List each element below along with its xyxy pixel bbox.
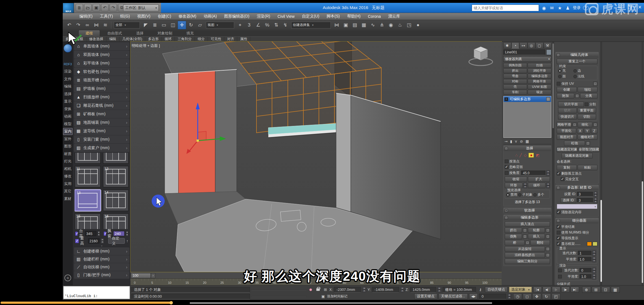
window-crossing-icon[interactable]: ◫ bbox=[169, 21, 177, 29]
sidebar-category[interactable]: 素材 bbox=[63, 195, 73, 202]
window-height-value[interactable]: 2160 bbox=[88, 238, 99, 243]
modifier-shortcut-button[interactable]: 涡轮平滑 bbox=[528, 68, 551, 73]
ribbon-panel-label[interactable]: 细分 bbox=[195, 37, 208, 42]
save-file-icon[interactable]: ▣ bbox=[93, 4, 100, 11]
angle-value-field[interactable]: 45.0 bbox=[521, 171, 545, 175]
ribbon-panel-label[interactable]: 修改选择 bbox=[86, 37, 106, 42]
copy-button[interactable]: 复制 bbox=[557, 165, 577, 170]
x-spinner[interactable]: ▲▼ bbox=[362, 287, 366, 292]
sign-in-link[interactable]: 登录 bbox=[573, 5, 581, 10]
view-cube[interactable] bbox=[469, 47, 493, 66]
outline-button[interactable]: 轮廓 bbox=[528, 228, 545, 233]
plugin-tool-item[interactable]: ❏ 雕花石膏线 (mm) › bbox=[74, 101, 129, 110]
reference-coordinate-dropdown[interactable]: 视图▾ bbox=[206, 22, 234, 29]
keyboard-override-icon[interactable]: ↯ bbox=[281, 21, 290, 29]
use-pivot-center-icon[interactable]: ⌖ bbox=[236, 21, 244, 29]
workspace-dropdown[interactable]: 工作区: 默认▾ bbox=[123, 5, 159, 11]
planar-z-button[interactable]: Z bbox=[591, 128, 597, 134]
ribbon-panel-label[interactable]: 对齐 bbox=[224, 37, 237, 42]
slice-button[interactable]: 切片 bbox=[558, 108, 577, 113]
attach-list-icon[interactable] bbox=[575, 94, 579, 98]
curve-editor-icon[interactable]: ∿ bbox=[369, 21, 377, 29]
plugin-tool-item[interactable]: ▯ 门板/把手 (mm) › bbox=[74, 271, 129, 279]
object-color-swatch[interactable] bbox=[546, 49, 551, 55]
loop-button[interactable]: 循环 bbox=[528, 183, 546, 188]
window-style-thumbnail[interactable] bbox=[103, 153, 129, 164]
view-align-button[interactable]: 视图对齐 bbox=[557, 134, 577, 140]
window-style-thumbnail[interactable]: 16 bbox=[103, 213, 129, 229]
tessellate-settings-icon[interactable] bbox=[593, 123, 597, 127]
ribbon-toggle-icon[interactable]: ▦ bbox=[360, 21, 368, 29]
loop-spinner[interactable]: ▲▼ bbox=[546, 183, 550, 188]
sidebar-category[interactable]: 显示 bbox=[63, 98, 73, 105]
set-id-field[interactable]: 3 bbox=[577, 192, 593, 197]
open-file-icon[interactable]: 🗁 bbox=[84, 4, 92, 11]
inset-settings-icon[interactable] bbox=[546, 234, 550, 239]
display-smoothness-spinner[interactable]: ▲▼ bbox=[592, 257, 596, 262]
sidebar-category[interactable]: 模型 bbox=[63, 120, 73, 128]
stack-expand-icon[interactable]: + bbox=[504, 97, 508, 101]
sidebar-category[interactable]: 动画 bbox=[63, 113, 73, 120]
material-name-dropdown[interactable]: ▾ bbox=[557, 204, 597, 209]
go-to-start-icon[interactable]: |◀ bbox=[533, 287, 542, 293]
render-smoothness-checkbox[interactable] bbox=[558, 275, 562, 278]
preview-multi-radio[interactable] bbox=[533, 193, 537, 197]
sill-height-checkbox[interactable] bbox=[75, 232, 78, 236]
ribbon-tab[interactable]: 填充 bbox=[180, 30, 201, 36]
pin-stack-icon[interactable]: ⊸ bbox=[504, 139, 508, 143]
bay-window-checkbox[interactable] bbox=[104, 232, 106, 236]
mirror-icon[interactable]: ⋈ bbox=[332, 21, 341, 29]
preserve-uv-checkbox[interactable] bbox=[557, 82, 560, 86]
smooth-result-checkbox[interactable] bbox=[557, 225, 560, 229]
plugin-tool-item[interactable]: ▤ 护墙板 (mm) › bbox=[74, 84, 129, 93]
display-tab-icon[interactable]: ▢ bbox=[536, 42, 543, 49]
bridge-settings-icon[interactable] bbox=[525, 241, 530, 245]
zoom-icon[interactable]: ⊕ bbox=[582, 287, 591, 293]
modifier-stack[interactable]: + 可编辑多边形 bbox=[503, 96, 551, 138]
sidebar-category[interactable]: RDF3 bbox=[63, 60, 73, 68]
modifier-shortcut-button[interactable]: 扫描 bbox=[528, 63, 551, 68]
bridge-button[interactable]: 桥 bbox=[505, 240, 525, 245]
set-key-mode-dropdown[interactable]: 选定对象▾ bbox=[509, 287, 532, 293]
planar-y-button[interactable]: Y bbox=[584, 128, 590, 134]
zoom-all-icon[interactable]: ⊞ bbox=[592, 287, 601, 293]
select-id-field[interactable]: 3 bbox=[577, 198, 593, 203]
bevel-button[interactable]: 倒角 bbox=[505, 234, 522, 239]
utilities-tab-icon[interactable]: ⚒ bbox=[544, 42, 552, 49]
modifier-shortcut-button[interactable]: 壳 bbox=[503, 84, 527, 89]
border-subobject-icon[interactable]: ◇ bbox=[524, 153, 526, 157]
grow-button[interactable]: 扩大 bbox=[528, 177, 550, 182]
select-move-icon[interactable]: ✛ bbox=[178, 21, 186, 29]
edit-triangulation-button[interactable]: 编辑三角剖分 bbox=[505, 259, 550, 264]
sidebar-category[interactable]: 渲染 bbox=[63, 68, 73, 75]
layer-manager-icon[interactable]: ▤ bbox=[351, 21, 359, 29]
current-frame-field[interactable]: 0 bbox=[479, 294, 506, 299]
reset-plane-button[interactable]: 重置平面 bbox=[578, 108, 596, 113]
window-style-thumbnail[interactable]: 12 bbox=[103, 166, 129, 188]
extrude-settings-icon[interactable] bbox=[523, 228, 527, 232]
bay-window-value[interactable]: 240 bbox=[113, 231, 125, 236]
ignore-backfacing-checkbox[interactable] bbox=[505, 165, 508, 169]
menu-item[interactable]: 渲染(R) bbox=[253, 13, 274, 20]
show-cage-checkbox[interactable] bbox=[557, 242, 560, 246]
set-key-button[interactable]: 设置关键点 bbox=[414, 293, 437, 299]
preview-subobject-radio[interactable] bbox=[518, 193, 521, 197]
insert-vertex-button[interactable]: 插入顶点 bbox=[505, 221, 550, 227]
sidebar-category[interactable]: 材质 bbox=[63, 150, 73, 158]
render-iterations-spinner[interactable]: ▲▼ bbox=[592, 268, 596, 273]
split-checkbox[interactable] bbox=[585, 103, 588, 106]
constraint-none-radio[interactable] bbox=[558, 69, 562, 73]
create-tab-icon[interactable]: ✱ bbox=[503, 42, 511, 49]
cut-button[interactable]: 切割 bbox=[578, 114, 596, 119]
sidebar-category[interactable]: 变换 bbox=[63, 105, 73, 113]
z-coordinate-field[interactable]: 1425.0mm bbox=[410, 287, 436, 293]
ring-spinner[interactable]: ▲▼ bbox=[523, 183, 527, 188]
constraint-normal-radio[interactable] bbox=[573, 75, 577, 78]
render-smoothness-spinner[interactable]: ▲▼ bbox=[592, 274, 596, 279]
undo-icon[interactable]: ↶ bbox=[65, 21, 73, 29]
configure-modifier-sets-icon[interactable]: ▦ bbox=[526, 139, 529, 143]
named-selection-set-dropdown[interactable]: 创建选择集▾ bbox=[291, 22, 331, 29]
ribbon-panel-label[interactable]: 三角剖分 bbox=[175, 37, 195, 42]
hide-selected-button[interactable]: 隐藏选定对象 bbox=[557, 147, 578, 152]
modifier-shortcut-button[interactable]: 网格平滑 bbox=[528, 79, 551, 84]
